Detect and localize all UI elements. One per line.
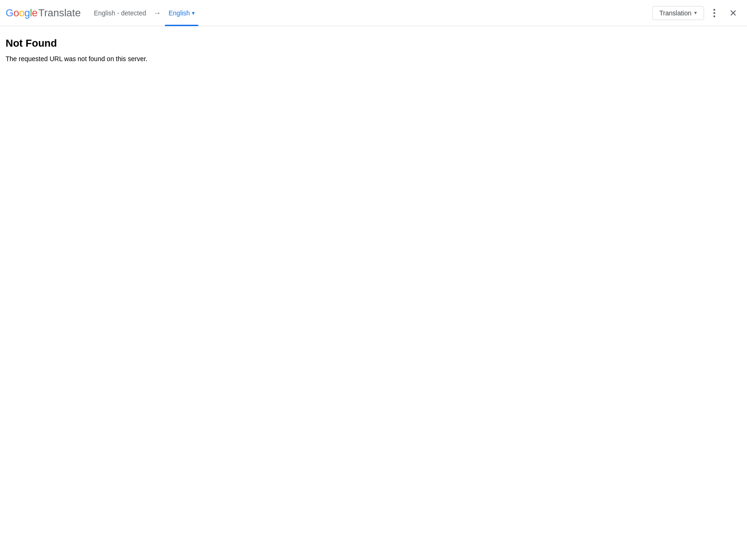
toolbar: Google Translate English - detected → En… — [0, 0, 747, 26]
translation-button[interactable]: Translation ▾ — [652, 6, 704, 20]
source-language-label: English - detected — [90, 9, 150, 17]
more-options-button[interactable] — [706, 5, 723, 21]
chevron-down-icon: ▾ — [192, 10, 195, 16]
main-content: Not Found The requested URL was not foun… — [0, 26, 747, 74]
google-letter-g2: g — [24, 7, 30, 19]
google-wordmark: Google — [6, 7, 37, 19]
target-language-button[interactable]: English ▾ — [165, 7, 198, 20]
arrow-icon: → — [154, 9, 161, 17]
google-letter-o1: o — [14, 7, 19, 19]
close-button[interactable]: ✕ — [725, 5, 741, 21]
google-letter-G: G — [6, 7, 14, 19]
google-letter-e: e — [32, 7, 37, 19]
google-letter-o2: o — [19, 7, 24, 19]
target-language-label: English — [169, 9, 190, 17]
google-translate-logo[interactable]: Google Translate — [6, 7, 81, 19]
language-area: English - detected → English ▾ — [90, 7, 652, 20]
close-icon: ✕ — [729, 7, 737, 19]
translation-button-label: Translation — [659, 9, 691, 17]
translate-wordmark: Translate — [38, 7, 81, 19]
not-found-description: The requested URL was not found on this … — [6, 55, 741, 63]
translation-dropdown-arrow-icon: ▾ — [694, 10, 697, 16]
more-vert-icon — [713, 9, 715, 17]
toolbar-right: Translation ▾ ✕ — [652, 5, 741, 21]
not-found-title: Not Found — [6, 37, 741, 49]
